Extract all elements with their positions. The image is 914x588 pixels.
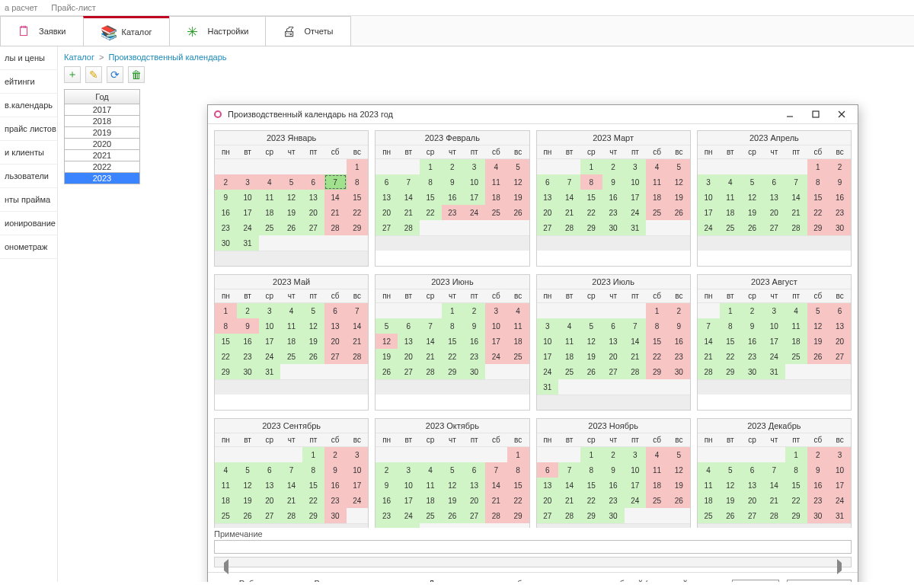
day-cell[interactable]: 16: [602, 478, 625, 493]
ok-button[interactable]: ОК: [732, 580, 778, 582]
sidebar-item[interactable]: прайс листов: [0, 117, 57, 141]
day-cell[interactable]: 22: [215, 349, 237, 364]
day-cell[interactable]: 10: [259, 318, 281, 334]
day-cell[interactable]: 2: [829, 159, 851, 174]
day-cell[interactable]: 10: [763, 318, 785, 334]
day-cell[interactable]: 18: [785, 334, 807, 349]
day-cell[interactable]: 1: [420, 159, 442, 174]
day-cell[interactable]: 31: [625, 220, 647, 235]
cancel-button[interactable]: Отмена: [787, 580, 852, 582]
day-cell[interactable]: 28: [324, 220, 347, 235]
day-cell[interactable]: 20: [302, 205, 324, 220]
day-cell[interactable]: 4: [259, 174, 281, 190]
day-cell[interactable]: 5: [442, 462, 464, 478]
day-cell[interactable]: 24: [625, 205, 647, 220]
day-cell[interactable]: 30: [807, 508, 829, 523]
day-cell[interactable]: 27: [376, 220, 398, 235]
day-cell[interactable]: 29: [302, 508, 324, 523]
day-cell[interactable]: 2: [442, 159, 464, 174]
day-cell[interactable]: 15: [785, 478, 807, 493]
sidebar-item[interactable]: нты прайма: [0, 188, 57, 212]
day-cell[interactable]: 30: [668, 364, 690, 379]
day-cell[interactable]: 16: [376, 493, 398, 508]
close-icon[interactable]: [832, 107, 852, 121]
day-cell[interactable]: 6: [763, 174, 785, 190]
day-cell[interactable]: 11: [259, 190, 281, 205]
day-cell[interactable]: 1: [807, 159, 829, 174]
day-cell[interactable]: 25: [646, 205, 668, 220]
day-cell[interactable]: 29: [807, 220, 829, 235]
day-cell[interactable]: 1: [302, 447, 324, 462]
day-cell[interactable]: 3: [763, 303, 785, 318]
day-cell[interactable]: 23: [807, 493, 829, 508]
day-cell[interactable]: 13: [763, 190, 785, 205]
day-cell[interactable]: 2: [807, 447, 829, 462]
day-cell[interactable]: 19: [668, 190, 690, 205]
day-cell[interactable]: 17: [463, 190, 485, 205]
day-cell[interactable]: 8: [785, 462, 807, 478]
day-cell[interactable]: 9: [602, 462, 625, 478]
day-cell[interactable]: 12: [580, 334, 602, 349]
day-cell[interactable]: 2: [463, 303, 485, 318]
day-cell[interactable]: 21: [558, 493, 580, 508]
day-cell[interactable]: 15: [215, 334, 237, 349]
day-cell[interactable]: 12: [376, 334, 398, 349]
day-cell[interactable]: 17: [237, 205, 259, 220]
day-cell[interactable]: 27: [537, 508, 559, 523]
day-cell[interactable]: 18: [698, 493, 720, 508]
day-cell[interactable]: 4: [720, 174, 742, 190]
day-cell[interactable]: 7: [324, 174, 347, 190]
day-cell[interactable]: 6: [537, 462, 559, 478]
day-cell[interactable]: 13: [259, 478, 281, 493]
day-cell[interactable]: 25: [215, 508, 237, 523]
maximize-icon[interactable]: [806, 107, 826, 121]
day-cell[interactable]: 16: [807, 478, 829, 493]
day-cell[interactable]: 3: [625, 447, 647, 462]
day-cell[interactable]: 5: [237, 462, 259, 478]
day-cell[interactable]: 8: [646, 318, 668, 334]
day-cell[interactable]: 29: [720, 364, 742, 379]
tab-настройки[interactable]: ✳Настройки: [169, 16, 267, 46]
day-cell[interactable]: 16: [463, 334, 485, 349]
h-scrollbar[interactable]: [214, 557, 852, 567]
day-cell[interactable]: 20: [537, 493, 559, 508]
day-cell[interactable]: 14: [420, 334, 442, 349]
day-cell[interactable]: 21: [558, 205, 580, 220]
day-cell[interactable]: 6: [829, 303, 851, 318]
day-cell[interactable]: 26: [442, 508, 464, 523]
day-cell[interactable]: 7: [698, 318, 720, 334]
day-cell[interactable]: 7: [558, 462, 580, 478]
day-cell[interactable]: 19: [741, 205, 763, 220]
day-cell[interactable]: 1: [785, 447, 807, 462]
day-cell[interactable]: 26: [507, 205, 529, 220]
day-cell[interactable]: 9: [376, 478, 398, 493]
day-cell[interactable]: 21: [398, 205, 420, 220]
day-cell[interactable]: 25: [558, 364, 580, 379]
day-cell[interactable]: 15: [442, 334, 464, 349]
day-cell[interactable]: 15: [720, 334, 742, 349]
day-cell[interactable]: 22: [580, 205, 602, 220]
day-cell[interactable]: 16: [668, 334, 690, 349]
topbar-right[interactable]: Прайс-лист: [51, 3, 96, 12]
day-cell[interactable]: 23: [602, 493, 625, 508]
tab-заявки[interactable]: 🗒Заявки: [0, 16, 84, 46]
day-cell[interactable]: 25: [280, 349, 302, 364]
day-cell[interactable]: 8: [442, 318, 464, 334]
day-cell[interactable]: 25: [485, 205, 507, 220]
day-cell[interactable]: 29: [646, 364, 668, 379]
day-cell[interactable]: 26: [668, 493, 690, 508]
day-cell[interactable]: 19: [280, 205, 302, 220]
year-item-2017[interactable]: 2017: [64, 104, 140, 116]
day-cell[interactable]: 4: [280, 303, 302, 318]
sidebar-item[interactable]: в.календарь: [0, 94, 57, 117]
day-cell[interactable]: 11: [646, 174, 668, 190]
day-cell[interactable]: 26: [237, 508, 259, 523]
day-cell[interactable]: 20: [741, 493, 763, 508]
day-cell[interactable]: 27: [602, 364, 625, 379]
day-cell[interactable]: 7: [347, 303, 369, 318]
year-item-2019[interactable]: 2019: [64, 127, 140, 139]
day-cell[interactable]: 11: [485, 174, 507, 190]
day-cell[interactable]: 17: [485, 334, 507, 349]
day-cell[interactable]: 15: [420, 190, 442, 205]
day-cell[interactable]: 5: [580, 318, 602, 334]
